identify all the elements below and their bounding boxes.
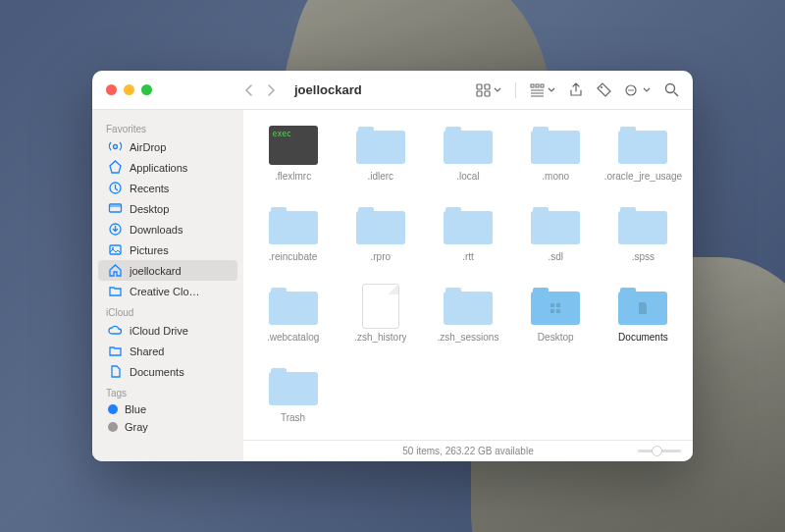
sidebar: FavoritesAirDropApplicationsRecentsDeskt… (92, 110, 243, 461)
toolbar-separator (515, 82, 516, 98)
grid-item-label: .idlerc (367, 171, 393, 182)
grid-item-label: .sdl (548, 251, 563, 262)
sidebar-item-label: Gray (125, 421, 148, 433)
grid-item-label: Desktop (538, 332, 574, 343)
close-button[interactable] (106, 84, 117, 95)
sidebar-item-pictures[interactable]: Pictures (98, 239, 237, 260)
sidebar-item-applications[interactable]: Applications (98, 157, 237, 178)
chevron-down-icon (643, 86, 651, 94)
svg-rect-2 (477, 91, 482, 96)
grid-item[interactable]: Trash (249, 365, 337, 440)
back-button[interactable] (243, 83, 253, 97)
doc-badge-icon (636, 301, 650, 315)
grid-item[interactable]: .local (424, 124, 511, 204)
grid-item[interactable]: .spss (600, 204, 687, 285)
svg-rect-25 (556, 303, 560, 307)
folder-icon (268, 285, 319, 328)
grid-item[interactable]: .reincubate (249, 204, 337, 285)
folder-icon (617, 285, 668, 328)
tags-button[interactable] (597, 82, 611, 97)
forward-button[interactable] (267, 83, 277, 97)
sidebar-item-blue[interactable]: Blue (98, 400, 237, 418)
grid-item-label: .reincubate (269, 251, 317, 262)
svg-rect-1 (485, 84, 490, 89)
folder-icon (268, 204, 319, 247)
svg-point-12 (628, 89, 630, 91)
sidebar-item-documents[interactable]: Documents (98, 361, 237, 382)
svg-point-13 (630, 89, 632, 91)
icon-grid[interactable]: .flexlmrc.idlerc.local.mono.oracle_jre_u… (243, 110, 693, 440)
tag-dot-icon (108, 422, 118, 432)
sidebar-item-label: Shared (130, 346, 164, 357)
svg-rect-6 (541, 84, 544, 87)
documents-icon (108, 364, 123, 379)
grid-item[interactable]: .rpro (337, 204, 424, 285)
folder-icon (355, 124, 406, 167)
sidebar-item-joellockard[interactable]: joellockard (98, 260, 237, 281)
sidebar-item-label: Pictures (130, 244, 169, 256)
icon-size-slider[interactable] (638, 450, 681, 452)
view-icons-button[interactable] (476, 83, 501, 97)
grid-item[interactable]: Documents (600, 285, 687, 365)
home-icon (108, 263, 123, 278)
sidebar-item-shared[interactable]: Shared (98, 341, 237, 361)
share-button[interactable] (569, 82, 583, 98)
recents-icon (108, 181, 123, 195)
sidebar-header: iCloud (92, 301, 243, 320)
sidebar-item-label: AirDrop (130, 141, 166, 153)
group-by-button[interactable] (530, 83, 555, 97)
grid-item[interactable]: .webcatalog (249, 285, 337, 365)
svg-rect-22 (110, 245, 121, 254)
grid-item[interactable]: .idlerc (337, 124, 424, 204)
tag-dot-icon (108, 404, 118, 414)
grid-item-label: .webcatalog (267, 332, 319, 343)
svg-rect-3 (485, 91, 490, 96)
svg-rect-24 (550, 303, 554, 307)
grid-item-label: .zsh_history (354, 332, 406, 343)
grid-item[interactable]: .rtt (424, 204, 511, 285)
status-bar: 50 items, 263.22 GB available (243, 440, 693, 461)
grid-badge-icon (549, 301, 562, 315)
grid-item-label: .zsh_sessions (438, 332, 499, 343)
action-button[interactable] (625, 83, 651, 97)
sidebar-item-downloads[interactable]: Downloads (98, 219, 237, 239)
zoom-button[interactable] (141, 84, 152, 95)
sidebar-item-desktop[interactable]: Desktop (98, 198, 237, 219)
sidebar-item-label: Creative Clo… (130, 286, 200, 297)
grid-item-label: .spss (632, 251, 654, 262)
svg-point-10 (601, 86, 602, 88)
folder-icon (108, 284, 123, 298)
grid-item[interactable]: .sdl (512, 204, 600, 285)
grid-item-label: .rpro (371, 251, 392, 262)
sidebar-item-label: iCloud Drive (130, 325, 188, 337)
grid-item-label: Trash (281, 412, 305, 423)
grid-item[interactable]: .oracle_jre_usage (600, 124, 687, 204)
minimize-button[interactable] (124, 84, 134, 95)
window-body: FavoritesAirDropApplicationsRecentsDeskt… (92, 110, 693, 461)
folder-icon (530, 124, 581, 167)
sidebar-item-gray[interactable]: Gray (98, 418, 237, 436)
traffic-lights (92, 84, 243, 95)
search-button[interactable] (664, 82, 679, 97)
folder-icon (443, 124, 494, 167)
icloud-icon (108, 323, 123, 338)
grid-item[interactable]: .flexlmrc (249, 124, 337, 204)
status-text: 50 items, 263.22 GB available (402, 446, 533, 456)
svg-line-16 (674, 92, 678, 96)
sidebar-item-icloud-drive[interactable]: iCloud Drive (98, 320, 237, 341)
finder-window: joellockard (92, 71, 693, 461)
apps-icon (108, 160, 123, 175)
titlebar: joellockard (92, 71, 693, 110)
sidebar-item-airdrop[interactable]: AirDrop (98, 136, 237, 157)
sidebar-item-recents[interactable]: Recents (98, 178, 237, 198)
sidebar-item-label: Downloads (130, 224, 183, 236)
grid-item[interactable]: Desktop (512, 285, 600, 365)
grid-item[interactable]: .zsh_history (337, 285, 424, 365)
svg-point-15 (666, 84, 675, 93)
folder-icon (530, 204, 581, 247)
grid-item[interactable]: .mono (512, 124, 600, 204)
grid-item[interactable]: .zsh_sessions (424, 285, 511, 365)
sidebar-item-creative-clo-[interactable]: Creative Clo… (98, 281, 237, 301)
nav-controls: joellockard (243, 82, 362, 97)
chevron-down-icon (548, 86, 555, 94)
